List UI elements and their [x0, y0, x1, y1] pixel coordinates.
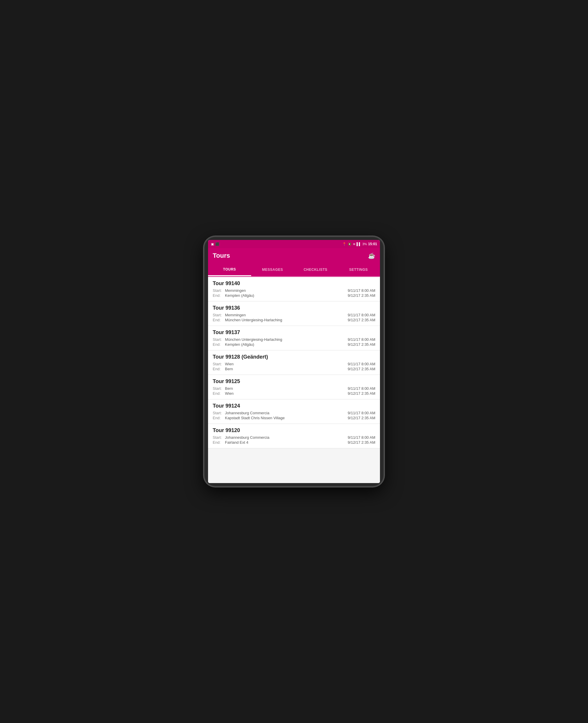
tour-name: Tour 99136	[213, 305, 375, 311]
tour-item[interactable]: Tour 99137 Start: München Untergiesing-H…	[208, 326, 380, 350]
tour-end-left: End: München Untergiesing-Harlaching	[213, 318, 282, 322]
battery-text: 3%	[362, 242, 367, 246]
screen: ▣ ⬛ 📍 🔇 ≋ ▌▌ 3% 15:01 Tours ☕ TOURS MESS	[208, 240, 380, 483]
tour-item[interactable]: Tour 99120 Start: Johannesburg Commercia…	[208, 424, 380, 448]
image-icon: ⬛	[215, 242, 219, 246]
tour-start-label: Start:	[213, 337, 224, 342]
location-icon: 📍	[342, 242, 346, 246]
tour-start-date: 9/11/17 8:00 AM	[348, 313, 375, 317]
tour-end-row: End: Kapstadt Stadt Chris Nissen Village…	[213, 416, 375, 420]
tour-start-location: Johannesburg Commercia	[225, 435, 269, 440]
tour-start-left: Start: Memmingen	[213, 313, 246, 317]
status-time: 15:01	[368, 242, 377, 246]
app-bar: Tours ☕	[208, 248, 380, 263]
status-bar-left: ▣ ⬛	[211, 242, 219, 246]
tour-start-row: Start: Memmingen 9/11/17 8:00 AM	[213, 288, 375, 293]
tour-end-left: End: Fairland Ext 4	[213, 440, 248, 445]
tab-bar: TOURS MESSAGES CHECKLISTS SETTINGS	[208, 263, 380, 277]
tour-name: Tour 99125	[213, 378, 375, 385]
tab-tours-label: TOURS	[223, 267, 236, 271]
tour-start-date: 9/11/17 8:00 AM	[348, 386, 375, 391]
status-bar: ▣ ⬛ 📍 🔇 ≋ ▌▌ 3% 15:01	[208, 240, 380, 248]
tour-start-location: Bern	[225, 386, 233, 391]
tour-start-row: Start: Memmingen 9/11/17 8:00 AM	[213, 313, 375, 317]
tour-start-row: Start: München Untergiesing-Harlaching 9…	[213, 337, 375, 342]
tour-item[interactable]: Tour 99136 Start: Memmingen 9/11/17 8:00…	[208, 302, 380, 326]
tour-start-label: Start:	[213, 411, 224, 415]
tour-start-label: Start:	[213, 313, 224, 317]
tab-messages-label: MESSAGES	[262, 268, 283, 272]
tour-start-date: 9/11/17 8:00 AM	[348, 411, 375, 415]
tour-item[interactable]: Tour 99140 Start: Memmingen 9/11/17 8:00…	[208, 277, 380, 302]
tour-start-date: 9/11/17 8:00 AM	[348, 435, 375, 440]
tab-settings[interactable]: SETTINGS	[337, 263, 380, 276]
tour-start-label: Start:	[213, 288, 224, 293]
tour-end-date: 9/12/17 2:35 AM	[348, 318, 375, 322]
tour-end-location: Kempten (Allgäu)	[225, 293, 254, 298]
tour-end-left: End: Wien	[213, 391, 234, 396]
tour-end-left: End: Kempten (Allgäu)	[213, 293, 254, 298]
tour-start-label: Start:	[213, 362, 224, 366]
tour-end-date: 9/12/17 2:35 AM	[348, 293, 375, 298]
tour-start-row: Start: Johannesburg Commercia 9/11/17 8:…	[213, 411, 375, 415]
tour-end-date: 9/12/17 2:35 AM	[348, 416, 375, 420]
tour-end-row: End: Kempten (Allgäu) 9/12/17 2:35 AM	[213, 342, 375, 347]
tab-checklists-label: CHECKLISTS	[303, 268, 328, 272]
tour-start-date: 9/11/17 8:00 AM	[348, 337, 375, 342]
tour-start-label: Start:	[213, 386, 224, 391]
mute-icon: 🔇	[348, 242, 352, 246]
tour-start-left: Start: Johannesburg Commercia	[213, 411, 269, 415]
tour-name: Tour 99124	[213, 403, 375, 409]
tour-name: Tour 99140	[213, 281, 375, 287]
tour-start-left: Start: Johannesburg Commercia	[213, 435, 269, 440]
tab-checklists[interactable]: CHECKLISTS	[294, 263, 337, 276]
tab-tours[interactable]: TOURS	[208, 263, 251, 276]
app-title: Tours	[213, 252, 230, 260]
status-bar-right: 📍 🔇 ≋ ▌▌ 3% 15:01	[342, 242, 377, 246]
tour-end-row: End: München Untergiesing-Harlaching 9/1…	[213, 318, 375, 322]
tour-start-location: Wien	[225, 362, 234, 366]
tour-name: Tour 99128 (Geändert)	[213, 354, 375, 360]
phone-icon: ▣	[211, 242, 214, 246]
device-frame: ▣ ⬛ 📍 🔇 ≋ ▌▌ 3% 15:01 Tours ☕ TOURS MESS	[204, 236, 384, 487]
tour-end-date: 9/12/17 2:35 AM	[348, 342, 375, 347]
tour-end-left: End: Bern	[213, 367, 233, 371]
tour-end-row: End: Bern 9/12/17 2:35 AM	[213, 367, 375, 371]
tab-messages[interactable]: MESSAGES	[251, 263, 294, 276]
tour-start-row: Start: Wien 9/11/17 8:00 AM	[213, 362, 375, 366]
wifi-icon: ≋	[353, 242, 356, 246]
tour-end-label: End:	[213, 367, 224, 371]
tour-start-location: München Untergiesing-Harlaching	[225, 337, 282, 342]
signal-icon: ▌▌	[357, 242, 361, 246]
tour-end-date: 9/12/17 2:35 AM	[348, 367, 375, 371]
tour-item[interactable]: Tour 99128 (Geändert) Start: Wien 9/11/1…	[208, 350, 380, 375]
tour-start-row: Start: Johannesburg Commercia 9/11/17 8:…	[213, 435, 375, 440]
tab-settings-label: SETTINGS	[349, 268, 368, 272]
tour-start-left: Start: Bern	[213, 386, 233, 391]
tour-end-label: End:	[213, 416, 224, 420]
tour-end-date: 9/12/17 2:35 AM	[348, 440, 375, 445]
tour-end-left: End: Kempten (Allgäu)	[213, 342, 254, 347]
tour-end-date: 9/12/17 2:35 AM	[348, 391, 375, 396]
tour-end-left: End: Kapstadt Stadt Chris Nissen Village	[213, 416, 285, 420]
tour-item[interactable]: Tour 99124 Start: Johannesburg Commercia…	[208, 399, 380, 424]
tour-item[interactable]: Tour 99125 Start: Bern 9/11/17 8:00 AM E…	[208, 375, 380, 399]
tour-name: Tour 99137	[213, 329, 375, 335]
tour-end-location: München Untergiesing-Harlaching	[225, 318, 282, 322]
tour-end-label: End:	[213, 342, 224, 347]
tour-start-left: Start: München Untergiesing-Harlaching	[213, 337, 282, 342]
coffee-icon[interactable]: ☕	[368, 252, 375, 259]
tour-end-location: Bern	[225, 367, 233, 371]
tour-end-label: End:	[213, 293, 224, 298]
tour-start-row: Start: Bern 9/11/17 8:00 AM	[213, 386, 375, 391]
tour-start-date: 9/11/17 8:00 AM	[348, 362, 375, 366]
tours-list: Tour 99140 Start: Memmingen 9/11/17 8:00…	[208, 277, 380, 483]
tour-end-label: End:	[213, 440, 224, 445]
tour-name: Tour 99120	[213, 427, 375, 434]
tour-end-row: End: Kempten (Allgäu) 9/12/17 2:35 AM	[213, 293, 375, 298]
tour-start-label: Start:	[213, 435, 224, 440]
tour-end-label: End:	[213, 391, 224, 396]
tour-end-row: End: Fairland Ext 4 9/12/17 2:35 AM	[213, 440, 375, 445]
tour-start-left: Start: Memmingen	[213, 288, 246, 293]
tour-end-location: Fairland Ext 4	[225, 440, 248, 445]
